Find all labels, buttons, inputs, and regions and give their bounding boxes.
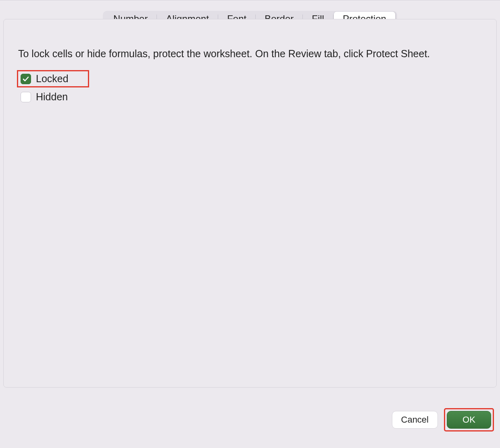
locked-label: Locked [36,73,69,85]
check-icon [22,75,29,83]
format-cells-dialog: Number Alignment Font Border Fill Protec… [0,0,500,448]
hidden-label: Hidden [36,91,68,103]
locked-checkbox[interactable] [21,74,31,84]
hidden-checkbox[interactable] [21,92,31,102]
cancel-button[interactable]: Cancel [392,411,438,429]
dialog-footer: Cancel OK [392,409,493,430]
protection-panel: To lock cells or hide formulas, protect … [3,19,497,388]
ok-button[interactable]: OK [447,411,491,429]
ok-button-highlight: OK [445,409,493,430]
protection-info-text: To lock cells or hide formulas, protect … [18,48,446,60]
hidden-row[interactable]: Hidden [18,89,70,104]
locked-row[interactable]: Locked [18,71,88,86]
